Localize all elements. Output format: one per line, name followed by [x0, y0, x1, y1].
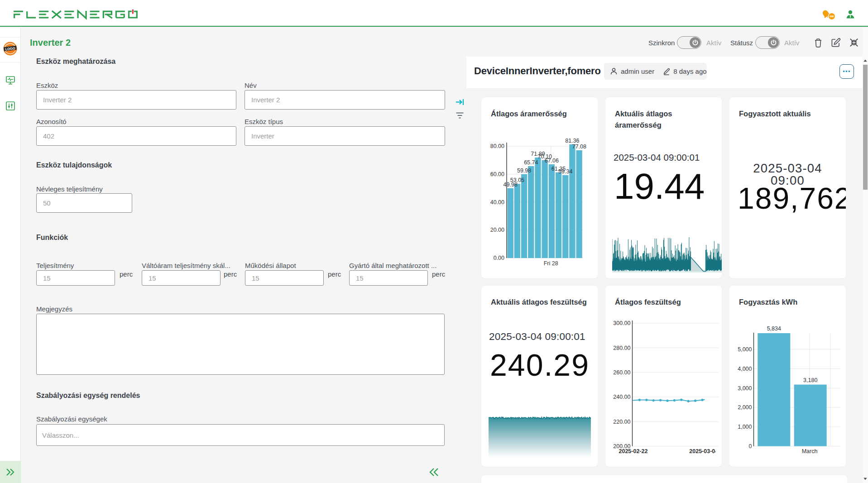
- svg-text:220.00: 220.00: [613, 419, 630, 425]
- svg-text:65.74: 65.74: [524, 159, 538, 166]
- svg-text:80.00: 80.00: [490, 143, 504, 149]
- svg-text:260.00: 260.00: [613, 369, 630, 376]
- svg-text:20.00: 20.00: [490, 227, 504, 233]
- svg-text:2025-02-22: 2025-02-22: [619, 448, 648, 454]
- svg-text:5,834: 5,834: [767, 325, 781, 332]
- svg-text:999: 999: [830, 15, 834, 18]
- svg-text:0.00: 0.00: [494, 255, 504, 261]
- svg-text:77.08: 77.08: [572, 143, 586, 150]
- svg-text:60.00: 60.00: [490, 171, 504, 177]
- svg-text:53.05: 53.05: [510, 177, 524, 183]
- svg-text:3,000: 3,000: [738, 385, 752, 392]
- svg-text:81.36: 81.36: [565, 138, 579, 144]
- svg-text:67.06: 67.06: [545, 158, 559, 164]
- svg-text:3,180: 3,180: [803, 377, 817, 383]
- svg-text:1,000: 1,000: [738, 424, 752, 430]
- svg-text:Fri 28: Fri 28: [544, 260, 558, 267]
- svg-text:59.34: 59.34: [558, 168, 572, 175]
- svg-text:40.00: 40.00: [490, 199, 504, 206]
- svg-text:59.98: 59.98: [517, 167, 531, 174]
- svg-text:5,000: 5,000: [738, 346, 752, 353]
- svg-text:0: 0: [749, 443, 752, 450]
- svg-text:280.00: 280.00: [613, 345, 630, 351]
- svg-text:300.00: 300.00: [613, 320, 630, 326]
- svg-text:March: March: [802, 448, 818, 454]
- svg-text:2,000: 2,000: [738, 404, 752, 411]
- svg-text:240.00: 240.00: [613, 394, 630, 400]
- svg-text:2025-03-04: 2025-03-04: [689, 448, 718, 454]
- svg-text:4,000: 4,000: [738, 366, 752, 372]
